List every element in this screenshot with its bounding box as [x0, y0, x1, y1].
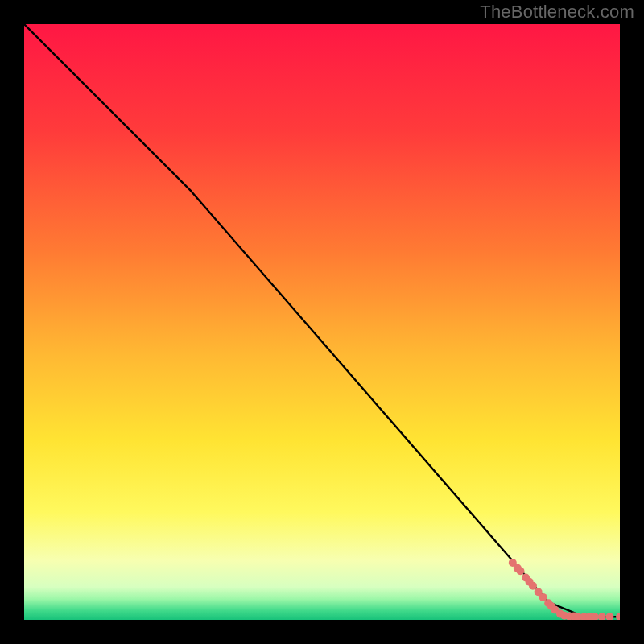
- chart-svg: [24, 24, 620, 620]
- data-point: [539, 593, 547, 601]
- chart-stage: TheBottleneck.com: [0, 0, 644, 644]
- data-point: [516, 567, 524, 575]
- watermark-text: TheBottleneck.com: [480, 2, 634, 23]
- data-point: [529, 582, 537, 590]
- plot-area: [24, 24, 620, 620]
